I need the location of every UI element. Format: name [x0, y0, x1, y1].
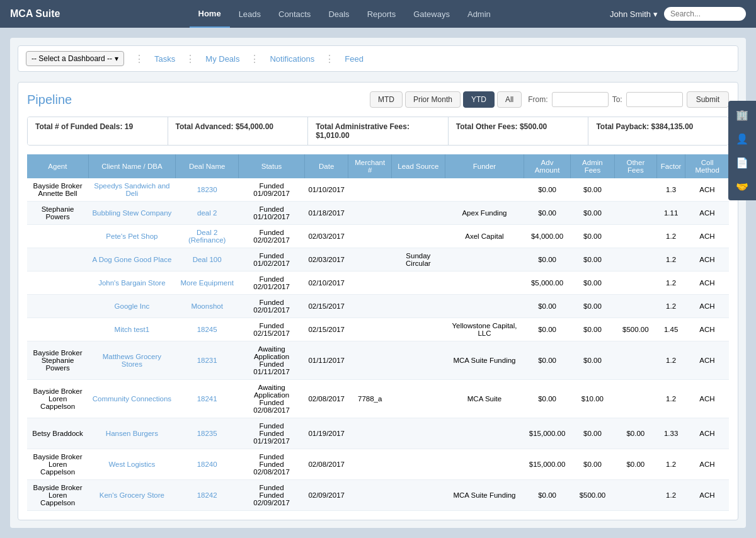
table-cell[interactable]: 18231 [176, 341, 239, 380]
table-cell: $10.00 [570, 380, 614, 418]
table-cell: 02/15/2017 [304, 295, 348, 318]
table-cell [391, 272, 445, 295]
table-cell[interactable]: 18240 [176, 449, 239, 480]
pipeline-table: Agent Client Name / DBA Deal Name Status… [27, 154, 729, 511]
table-cell[interactable]: Pete's Pet Shop [88, 225, 175, 248]
table-cell[interactable]: Google Inc [88, 295, 175, 318]
user-caret: ▾ [653, 9, 658, 19]
table-cell[interactable]: Deal 100 [176, 248, 239, 272]
table-cell[interactable]: More Equipment [176, 272, 239, 295]
table-cell[interactable]: 18235 [176, 418, 239, 449]
table-cell [27, 295, 88, 318]
filter-all[interactable]: All [497, 91, 522, 108]
table-cell[interactable]: 18230 [176, 178, 239, 202]
dashboard-select[interactable]: -- Select a Dashboard -- ▾ [26, 51, 124, 66]
table-cell: $500.00 [570, 480, 614, 511]
table-cell[interactable]: 18245 [176, 318, 239, 341]
table-cell: MCA Suite [445, 380, 524, 418]
table-cell: 02/08/2017 [304, 449, 348, 480]
table-cell[interactable]: West Logistics [88, 449, 175, 480]
table-row: Google IncMoonshotFunded 02/01/201702/15… [27, 295, 729, 318]
table-cell: ACH [685, 341, 729, 380]
feed-link[interactable]: Feed [345, 54, 364, 64]
table-cell[interactable]: John's Bargain Store [88, 272, 175, 295]
user-menu[interactable]: John Smith ▾ [610, 9, 658, 19]
table-cell [348, 295, 391, 318]
table-cell [27, 272, 88, 295]
document-icon[interactable]: 📄 [731, 151, 753, 174]
table-cell[interactable]: 18242 [176, 480, 239, 511]
tasks-link[interactable]: Tasks [154, 54, 175, 64]
table-cell: 02/08/2017 [304, 380, 348, 418]
table-cell [614, 248, 656, 272]
table-cell: 1.2 [656, 341, 685, 380]
table-cell [348, 248, 391, 272]
table-cell [27, 248, 88, 272]
table-cell [445, 178, 524, 202]
nav-admin[interactable]: Admin [459, 0, 500, 28]
table-cell: Betsy Braddock [27, 418, 88, 449]
nav-leads[interactable]: Leads [230, 0, 270, 28]
content-wrapper: -- Select a Dashboard -- ▾ ⋮ Tasks ⋮ My … [10, 38, 746, 528]
filter-mtd[interactable]: MTD [370, 91, 403, 108]
table-cell: Bayside BrokerLoren Cappelson [27, 380, 88, 418]
table-cell[interactable]: Speedys Sandwich and Deli [88, 178, 175, 202]
table-cell [445, 272, 524, 295]
table-cell[interactable]: Matthews Grocery Stores [88, 341, 175, 380]
nav-home[interactable]: Home [190, 0, 230, 28]
nav-deals[interactable]: Deals [319, 0, 358, 28]
table-cell: 01/18/2017 [304, 202, 348, 225]
table-cell [348, 202, 391, 225]
to-label: To: [612, 95, 622, 104]
table-cell: Funded 02/02/2017 [239, 225, 305, 248]
user-name: John Smith [610, 9, 651, 19]
table-cell[interactable]: A Dog Gone Good Place [88, 248, 175, 272]
table-cell: Yellowstone Capital, LLC [445, 318, 524, 341]
table-cell: $0.00 [524, 480, 571, 511]
table-cell[interactable]: Mitch test1 [88, 318, 175, 341]
nav-reports[interactable]: Reports [358, 0, 405, 28]
filter-from-to: From: To: Submit [528, 91, 729, 108]
filter-ytd[interactable]: YTD [463, 91, 495, 108]
table-cell [391, 318, 445, 341]
table-cell [348, 449, 391, 480]
table-cell[interactable]: Deal 2 (Refinance) [176, 225, 239, 248]
table-cell: Funded 02/15/2017 [239, 318, 305, 341]
table-cell [391, 449, 445, 480]
building-icon[interactable]: 🏢 [731, 103, 753, 126]
notifications-link[interactable]: Notifications [270, 54, 314, 64]
table-cell: 02/03/2017 [304, 248, 348, 272]
nav-gateways[interactable]: Gateways [404, 0, 459, 28]
handshake-icon[interactable]: 🤝 [731, 175, 753, 198]
table-cell[interactable]: Moonshot [176, 295, 239, 318]
submit-button[interactable]: Submit [687, 91, 729, 108]
table-cell[interactable]: Hansen Burgers [88, 418, 175, 449]
table-cell[interactable]: Ken's Grocery Store [88, 480, 175, 511]
table-cell [348, 480, 391, 511]
table-cell: 01/11/2017 [304, 341, 348, 380]
filter-prior-month[interactable]: Prior Month [405, 91, 461, 108]
col-coll-method: Coll Method [685, 154, 729, 178]
table-cell: Bayside BrokerLoren Cappelson [27, 449, 88, 480]
table-cell[interactable]: 18241 [176, 380, 239, 418]
table-cell: $0.00 [570, 449, 614, 480]
from-date-input[interactable] [552, 92, 609, 107]
table-cell[interactable]: deal 2 [176, 202, 239, 225]
my-deals-link[interactable]: My Deals [205, 54, 239, 64]
col-agent: Agent [27, 154, 88, 178]
table-cell[interactable]: Community Connections [88, 380, 175, 418]
to-date-input[interactable] [626, 92, 683, 107]
table-cell: $0.00 [614, 418, 656, 449]
search-input[interactable] [664, 7, 746, 21]
table-cell: $5,000.00 [524, 272, 571, 295]
table-cell[interactable]: Bubbling Stew Company [88, 202, 175, 225]
table-row: Bayside BrokerStephanie PowersMatthews G… [27, 341, 729, 380]
table-cell: 1.2 [656, 295, 685, 318]
nav-contacts[interactable]: Contacts [270, 0, 319, 28]
table-cell [614, 178, 656, 202]
table-cell [614, 295, 656, 318]
table-cell: $0.00 [524, 178, 571, 202]
person-icon[interactable]: 👤 [731, 127, 753, 150]
divider-2: ⋮ [185, 53, 195, 65]
summary-total-advanced: Total Advanced: $54,000.00 [168, 117, 309, 145]
